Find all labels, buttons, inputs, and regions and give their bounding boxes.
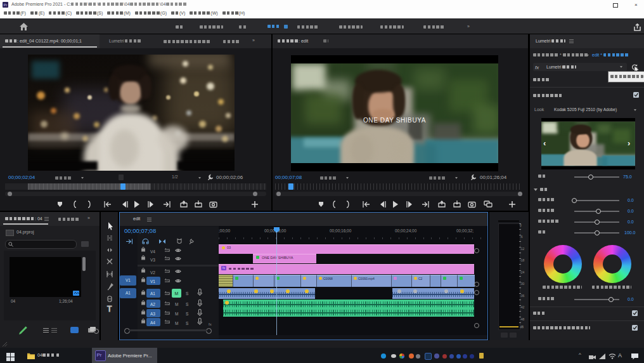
- svg-text:M: M: [175, 312, 178, 316]
- svg-text:fx: fx: [209, 322, 212, 326]
- svg-text:M: M: [175, 302, 178, 307]
- svg-text:A1: A1: [150, 291, 155, 296]
- svg-text:V4: V4: [150, 249, 155, 254]
- svg-text:M: M: [175, 321, 178, 326]
- svg-text:A3: A3: [150, 312, 155, 316]
- svg-text:S: S: [186, 321, 189, 326]
- svg-text:V1: V1: [150, 279, 155, 284]
- svg-text:V2: V2: [150, 270, 155, 275]
- svg-text:V3: V3: [150, 258, 155, 262]
- svg-text:A2: A2: [150, 302, 155, 307]
- svg-text:S: S: [186, 312, 189, 316]
- svg-text:A4: A4: [150, 320, 155, 325]
- svg-text:T: T: [107, 305, 112, 313]
- svg-text:M: M: [175, 291, 179, 296]
- svg-text:S: S: [186, 302, 189, 307]
- svg-text:S: S: [186, 291, 189, 296]
